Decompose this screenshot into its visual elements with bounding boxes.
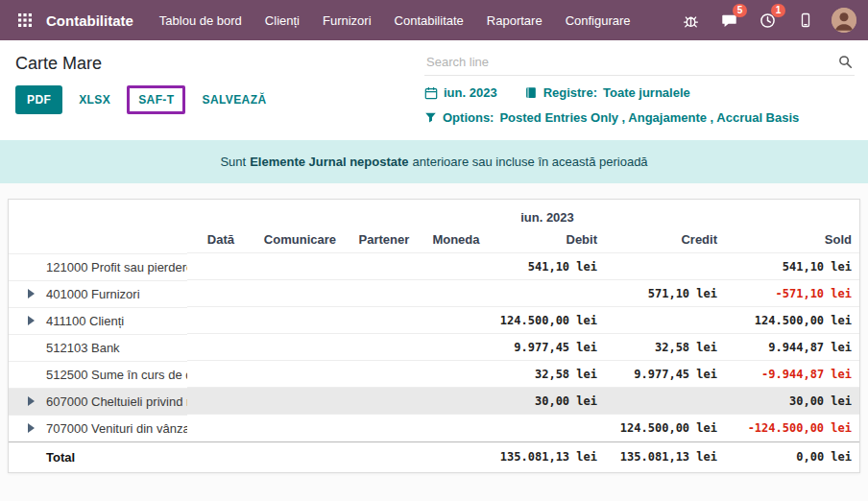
general-ledger-table: iun. 2023 Dată Comunicare Partener Moned… [9, 203, 859, 472]
banner-text-pre: Sunt [220, 155, 246, 169]
book-icon [524, 86, 538, 100]
total-label: Total [9, 441, 187, 472]
cell-data [187, 280, 254, 307]
column-header-sold: Sold [725, 227, 859, 253]
period-header: iun. 2023 [490, 203, 605, 227]
saf-t-button[interactable]: SAF-T [127, 85, 185, 114]
menu-item-raportare[interactable]: Raportare [476, 8, 553, 34]
cell-credit [605, 388, 725, 415]
cell-debit: 30,00 lei [490, 388, 605, 415]
mobile-button[interactable] [793, 8, 818, 33]
table-row[interactable]: 411100 Clienți 124.500,00 lei 124.500,00… [9, 307, 859, 334]
cell-comunicare [254, 334, 346, 361]
expand-caret-icon[interactable] [28, 289, 35, 298]
account-name: 607000 Cheltuieli privind mărfurile [46, 394, 187, 409]
topbar-menu: Tablou de bordCliențiFurnizoriContabilit… [149, 8, 641, 34]
cell-credit: 571,10 lei [605, 280, 725, 307]
cell-credit [605, 253, 725, 280]
cell-partener [346, 415, 422, 442]
cell-moneda [422, 253, 490, 280]
column-header-comunicare: Comunicare [254, 227, 346, 253]
total-debit: 135.081,13 lei [490, 441, 605, 472]
account-name: 707000 Venituri din vânzarea mărfurilor [46, 421, 187, 436]
unposted-entries-link[interactable]: Elemente Jurnal nepostate [250, 155, 408, 169]
menu-item-tablou-de-bord[interactable]: Tablou de bord [149, 8, 253, 34]
column-header-debit: Debit [490, 227, 605, 253]
account-name: 512500 Sume în curs de decontare [46, 368, 187, 382]
messages-button[interactable]: 5 [716, 8, 741, 33]
cell-debit: 32,58 lei [490, 361, 605, 388]
cell-credit [605, 307, 725, 334]
options-filter[interactable]: Options: Posted Entries Only , Angajamen… [424, 110, 799, 125]
cell-moneda [422, 307, 490, 334]
cell-moneda [422, 415, 490, 442]
date-filter[interactable]: iun. 2023 [424, 85, 497, 100]
cell-partener [346, 253, 422, 280]
journals-filter[interactable]: Registre: Toate jurnalele [524, 85, 690, 100]
cell-sold: 124.500,00 lei [725, 307, 859, 334]
cell-partener [346, 307, 422, 334]
activities-badge: 1 [771, 4, 785, 17]
column-header-partener: Partener [346, 227, 422, 253]
expand-caret-icon[interactable] [28, 423, 35, 433]
table-row[interactable]: 707000 Venituri din vânzarea mărfurilor … [9, 415, 859, 442]
total-credit: 135.081,13 lei [605, 441, 725, 472]
cell-credit: 32,58 lei [605, 334, 725, 361]
search-bar [424, 51, 855, 76]
menu-item-configurare[interactable]: Configurare [555, 8, 641, 34]
cell-debit: 124.500,00 lei [490, 307, 605, 334]
cell-sold: 541,10 lei [725, 253, 859, 280]
cell-comunicare [254, 361, 346, 388]
cell-data [187, 388, 254, 415]
expand-caret-icon[interactable] [28, 396, 35, 406]
calendar-icon [424, 86, 438, 100]
cell-credit: 9.977,45 lei [605, 361, 725, 388]
messages-badge: 5 [733, 4, 747, 17]
banner-text-post: anterioare sau incluse în această perioa… [413, 155, 648, 169]
avatar-image [832, 8, 856, 33]
options-filter-value: Posted Entries Only , Angajamente , Accr… [499, 110, 799, 125]
report-toolbar: PDFXLSXSAF-TSALVEAZĂ iun. 2023 Registre:… [0, 80, 868, 136]
activities-button[interactable]: 1 [755, 8, 780, 33]
menu-item-contabilitate[interactable]: Contabilitate [384, 8, 474, 34]
table-row[interactable]: 607000 Cheltuieli privind mărfurile 30,0… [9, 388, 859, 415]
expand-caret-icon[interactable] [28, 316, 35, 325]
table-row[interactable]: 512500 Sume în curs de decontare 32,58 l… [9, 361, 859, 388]
debug-bug-button[interactable] [678, 8, 703, 33]
account-name: 401000 Furnizori [46, 287, 140, 301]
apps-grid-button[interactable] [12, 7, 38, 34]
report-content: iun. 2023 Dată Comunicare Partener Moned… [0, 183, 868, 501]
menu-item-furnizori[interactable]: Furnizori [312, 8, 382, 34]
table-row[interactable]: 401000 Furnizori 571,10 lei -571,10 lei [9, 280, 859, 307]
cell-comunicare [254, 280, 346, 307]
current-app-name[interactable]: Contabilitate [46, 12, 133, 29]
ledger-rows: 121000 Profit sau pierdere 541,10 lei 54… [9, 253, 859, 442]
options-filter-label: Options: [443, 110, 494, 125]
search-icon[interactable] [838, 55, 853, 69]
cell-comunicare [254, 307, 346, 334]
search-input[interactable] [426, 55, 838, 69]
cell-debit [490, 280, 605, 307]
xlsx-button[interactable]: XLSX [67, 85, 122, 114]
cell-data [187, 253, 254, 280]
cell-credit: 124.500,00 lei [605, 415, 725, 442]
systray: 5 1 [678, 8, 856, 33]
cell-comunicare [254, 415, 346, 442]
topbar: Contabilitate Tablou de bordCliențiFurni… [0, 0, 868, 40]
table-row[interactable]: 121000 Profit sau pierdere 541,10 lei 54… [9, 253, 859, 280]
menu-item-clienti[interactable]: Clienți [254, 8, 310, 34]
table-row[interactable]: 512103 Bank 9.977,45 lei 32,58 lei 9.944… [9, 334, 859, 361]
account-name: 512103 Bank [46, 341, 120, 355]
cell-partener [346, 361, 422, 388]
report-card: iun. 2023 Dată Comunicare Partener Moned… [8, 199, 860, 473]
cell-sold: -124.500,00 lei [725, 415, 859, 442]
user-avatar[interactable] [832, 8, 856, 33]
cell-debit: 9.977,45 lei [490, 334, 605, 361]
pdf-button[interactable]: PDF [15, 85, 62, 114]
journals-filter-label: Registre: [543, 85, 597, 100]
date-filter-value: iun. 2023 [444, 85, 497, 100]
salveaza-button[interactable]: SALVEAZĂ [190, 85, 277, 114]
cell-sold: 9.944,87 lei [725, 334, 859, 361]
cell-data [187, 361, 254, 388]
total-sold: 0,00 lei [725, 441, 859, 472]
